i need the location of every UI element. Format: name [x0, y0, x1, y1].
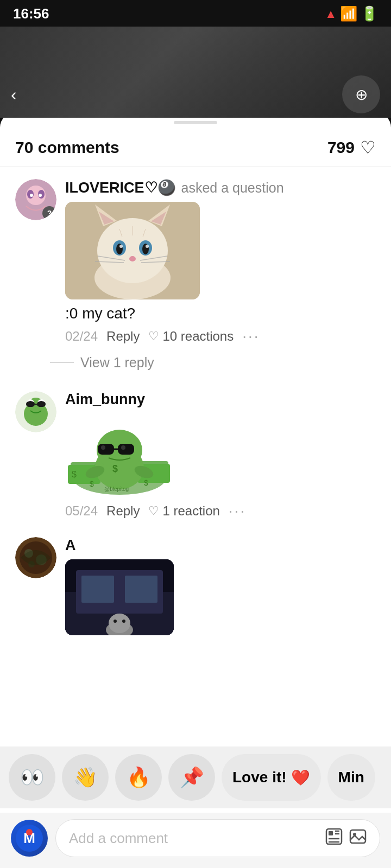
- svg-rect-80: [350, 830, 365, 843]
- comments-count: 70 comments: [15, 138, 119, 157]
- svg-point-49: [101, 445, 105, 450]
- top-image-area: ‹ ⊕: [0, 27, 391, 118]
- heart-icon-1: ♡: [148, 329, 159, 343]
- avatar-image-3: [15, 537, 56, 578]
- view-reply[interactable]: View 1 reply: [0, 350, 391, 379]
- avatar-2: [15, 391, 56, 432]
- comment-item-2: Aim_bunny $ $: [0, 379, 391, 525]
- user-a-image-inner: [65, 559, 174, 635]
- svg-rect-65: [81, 576, 114, 603]
- svg-point-50: [121, 445, 125, 450]
- wave-emoji: 👋: [73, 766, 98, 789]
- wifi-icon: 📶: [340, 5, 357, 22]
- svg-rect-47: [118, 444, 134, 455]
- svg-rect-75: [329, 831, 333, 835]
- svg-rect-66: [125, 576, 157, 603]
- sticker-icon: [325, 828, 343, 845]
- asked-question: asked a question: [181, 180, 284, 196]
- more-options-1[interactable]: ···: [242, 328, 260, 345]
- comment-content-2: Aim_bunny $ $: [65, 391, 376, 520]
- svg-rect-35: [37, 401, 46, 407]
- comments-header: 70 comments 799 ♡: [0, 130, 391, 167]
- search-icon: ⊕: [355, 86, 368, 104]
- user-a-svg: [65, 559, 174, 635]
- sticker-button[interactable]: [325, 828, 343, 849]
- svg-text:$: $: [144, 478, 148, 487]
- fire-emoji: 🔥: [127, 766, 151, 789]
- username-text-2: Aim_bunny: [65, 391, 145, 408]
- more-options-2[interactable]: ···: [229, 502, 246, 520]
- reactions-count-2: 1 reaction: [162, 503, 219, 519]
- battery-icon: 🔋: [361, 5, 378, 22]
- comment-field[interactable]: Add a comment: [55, 819, 380, 857]
- comment-username-2: Aim_bunny: [65, 391, 376, 408]
- meta-date-1: 02/24: [65, 329, 98, 344]
- svg-point-68: [109, 614, 130, 633]
- notification-icon: ▲: [325, 7, 337, 21]
- image-button[interactable]: [349, 828, 367, 849]
- comment-meta-1: 02/24 Reply ♡ 10 reactions ···: [65, 328, 376, 345]
- svg-rect-34: [26, 401, 35, 407]
- logo-svg: M: [16, 825, 43, 852]
- comment-placeholder: Add a comment: [69, 830, 318, 847]
- comment-item-3: A: [0, 525, 391, 646]
- svg-point-5: [39, 194, 42, 197]
- loveit-label: Love it!: [232, 769, 287, 786]
- back-button[interactable]: ‹: [11, 85, 17, 105]
- svg-point-4: [30, 194, 33, 197]
- time: 16:56: [13, 5, 49, 22]
- heart-icon: ♡: [360, 137, 376, 158]
- reaction-loveit-button[interactable]: Love it! ❤️: [222, 754, 321, 801]
- username-text-3: A: [65, 537, 76, 554]
- view-reply-label: View 1 reply: [80, 355, 154, 371]
- comment-icons: [325, 828, 367, 849]
- meta-date-2: 05/24: [65, 503, 98, 519]
- comment-item: ? ILOVERICE♡🎱 asked a question: [0, 167, 391, 350]
- pin-emoji: 📌: [180, 766, 204, 789]
- likes-section[interactable]: 799 ♡: [327, 137, 376, 158]
- search-button[interactable]: ⊕: [342, 75, 380, 113]
- user-a-image: [65, 559, 174, 635]
- reply-button-2[interactable]: Reply: [106, 503, 140, 519]
- avatar: ?: [15, 179, 56, 220]
- heart-icon-2: ♡: [148, 504, 159, 518]
- avatar-3: [15, 537, 56, 578]
- reactions-count-1: 10 reactions: [162, 329, 234, 344]
- reaction-eyes-button[interactable]: 👀: [9, 754, 55, 801]
- image-icon: [349, 828, 367, 845]
- svg-text:$: $: [72, 470, 77, 479]
- reaction-pin-button[interactable]: 📌: [168, 754, 215, 801]
- svg-point-19: [129, 256, 136, 261]
- drag-handle-bar: [174, 121, 217, 124]
- likes-count: 799: [327, 138, 355, 157]
- status-bar: 16:56 ▲ 📶 🔋: [0, 0, 391, 27]
- view-reply-line: [50, 362, 74, 363]
- comment-meta-2: 05/24 Reply ♡ 1 reaction ···: [65, 502, 376, 520]
- comment-username-3: A: [65, 537, 376, 554]
- nav-bar: ‹ ⊕: [0, 75, 391, 113]
- svg-point-18: [146, 245, 149, 248]
- min-label: Min: [338, 769, 364, 786]
- svg-point-73: [26, 829, 33, 835]
- app-logo: M: [11, 820, 48, 857]
- reply-button-1[interactable]: Reply: [106, 329, 140, 344]
- svg-point-69: [113, 620, 117, 623]
- reactions-2[interactable]: ♡ 1 reaction: [148, 503, 219, 519]
- reaction-fire-button[interactable]: 🔥: [115, 754, 162, 801]
- cat-image: [65, 202, 200, 299]
- reaction-bar: 👀 👋 🔥 📌 Love it! ❤️ Min: [0, 746, 391, 808]
- svg-text:$: $: [90, 480, 94, 488]
- comment-content-3: A: [65, 537, 376, 641]
- reactions-1[interactable]: ♡ 10 reactions: [148, 329, 234, 344]
- avatar-badge: ?: [42, 206, 56, 220]
- comment-text-1: :0 my cat?: [65, 305, 376, 322]
- eyes-emoji: 👀: [20, 766, 45, 789]
- frog-sticker: $ $: [65, 413, 376, 497]
- reaction-min-button[interactable]: Min: [327, 754, 375, 801]
- username-text: ILOVERICE♡🎱: [65, 179, 176, 196]
- comment-input-bar: M Add a comment: [0, 813, 391, 868]
- main-panel: 70 comments 799 ♡ ? ILOVERICE♡🎱 asked a: [0, 112, 391, 845]
- svg-point-70: [122, 620, 125, 623]
- comment-content-1: ILOVERICE♡🎱 asked a question: [65, 179, 376, 345]
- reaction-wave-button[interactable]: 👋: [62, 754, 109, 801]
